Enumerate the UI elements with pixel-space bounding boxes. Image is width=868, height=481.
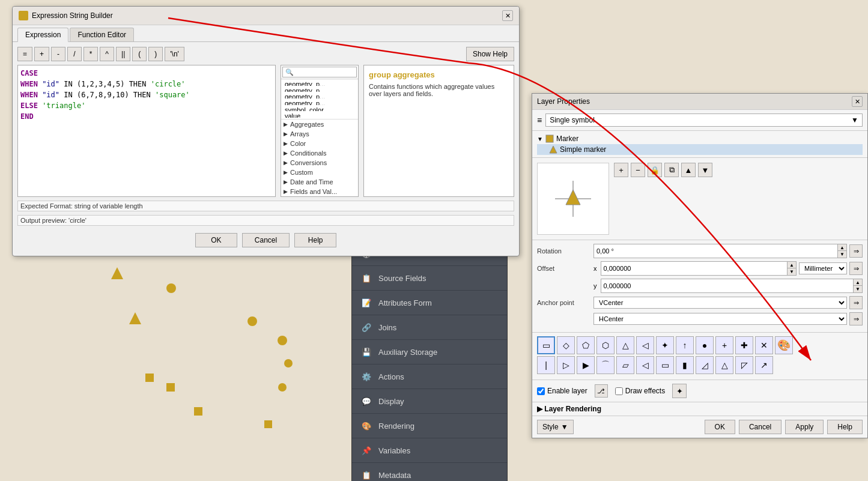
shape-tri-up[interactable]: △	[715, 356, 733, 374]
shape-tri-diag[interactable]: ◸	[735, 356, 753, 374]
toolbar-equals[interactable]: =	[17, 47, 32, 61]
shape-x[interactable]: ✕	[755, 336, 773, 354]
sidebar-item-auxiliary-storage[interactable]: 💾 Auxiliary Storage	[352, 340, 507, 365]
symbol-type-dropdown[interactable]: Single symbol ▼	[545, 113, 863, 127]
anchor-vcenter-select[interactable]: VCenter	[593, 297, 847, 309]
anchor-hcenter-select[interactable]: HCenter	[593, 313, 847, 325]
func-category-color[interactable]: ▶ Color	[281, 139, 358, 148]
shape-filled-chevron[interactable]: ▶	[577, 356, 595, 374]
func-item-value[interactable]: value	[281, 111, 358, 118]
func-item-2[interactable]: geometry_p...	[281, 86, 358, 92]
rotation-spin-up[interactable]: ▲	[838, 244, 846, 251]
draw-effects-label[interactable]: Draw effects	[615, 387, 665, 395]
offset-y-up[interactable]: ▲	[854, 279, 862, 286]
anchor-hcenter-copy[interactable]: ⇒	[849, 312, 863, 325]
shape-star[interactable]: ✦	[656, 336, 674, 354]
code-editor[interactable]: CASE WHEN "id" IN (1,2,3,4,5) THEN 'circ…	[17, 65, 276, 197]
sidebar-item-attributes-form[interactable]: 📝 Attributes Form	[352, 291, 507, 315]
toolbar-divide[interactable]: /	[67, 47, 82, 61]
func-item-4[interactable]: geometry_p...	[281, 98, 358, 105]
sidebar-item-rendering[interactable]: 🎨 Rendering	[352, 414, 507, 438]
sidebar-item-source-fields[interactable]: 📋 Source Fields	[352, 266, 507, 291]
rotation-input[interactable]	[593, 244, 837, 258]
toolbar-open-paren[interactable]: (	[132, 47, 147, 61]
offset-unit-select[interactable]: Millimeter	[799, 262, 847, 274]
enable-layer-checkbox[interactable]	[537, 387, 545, 395]
shape-triangle-right[interactable]: ◁	[636, 336, 654, 354]
sidebar-item-actions[interactable]: ⚙️ Actions	[352, 365, 507, 389]
func-item-symbol-color[interactable]: symbol_color	[281, 105, 358, 112]
add-layer-btn[interactable]: +	[614, 163, 628, 177]
shape-pentagon[interactable]: ⬠	[577, 336, 595, 354]
anchor-vcenter-copy[interactable]: ⇒	[849, 296, 863, 309]
draw-effects-checkbox[interactable]	[615, 387, 623, 395]
func-category-aggregates[interactable]: ▶ Aggregates	[281, 119, 358, 129]
layer-props-close[interactable]: ✕	[852, 96, 863, 107]
enable-layer-expr-btn[interactable]: ⎇	[595, 384, 608, 398]
shape-extra[interactable]: 🎨	[775, 336, 793, 354]
toolbar-minus[interactable]: -	[51, 47, 65, 61]
shape-plus[interactable]: ✚	[735, 336, 753, 354]
style-dropdown-btn[interactable]: Style ▼	[537, 420, 574, 434]
offset-x-up[interactable]: ▲	[788, 262, 796, 268]
toolbar-plus[interactable]: +	[34, 47, 49, 61]
shape-arrow-diag[interactable]: ↗	[755, 356, 773, 374]
shape-square[interactable]: ▭	[537, 336, 555, 354]
draw-effects-settings-btn[interactable]: ✦	[672, 384, 687, 398]
rotation-spin-down[interactable]: ▼	[838, 251, 846, 258]
sidebar-item-variables[interactable]: 📌 Variables	[352, 438, 507, 463]
remove-layer-btn[interactable]: −	[631, 163, 645, 177]
toolbar-close-paren[interactable]: )	[148, 47, 163, 61]
move-up-btn[interactable]: ▲	[681, 163, 696, 177]
shape-arc[interactable]: ⌒	[596, 356, 615, 374]
offset-copy-btn[interactable]: ⇒	[849, 262, 863, 275]
tree-item-marker[interactable]: ▼ Marker	[537, 133, 863, 144]
duplicate-btn[interactable]: ⧉	[664, 163, 679, 177]
layer-props-cancel-btn[interactable]: Cancel	[739, 420, 782, 434]
shape-parallelogram[interactable]: ▱	[616, 356, 634, 374]
tab-expression[interactable]: Expression	[17, 28, 68, 42]
func-category-conditionals[interactable]: ▶ Conditionals	[281, 148, 358, 158]
enable-layer-label[interactable]: Enable layer	[537, 387, 587, 395]
shape-triangle[interactable]: △	[616, 336, 634, 354]
offset-x-input[interactable]	[601, 261, 788, 276]
shape-rect2[interactable]: ▭	[656, 356, 674, 374]
layer-props-apply-btn[interactable]: Apply	[785, 420, 824, 434]
shape-diamond[interactable]: ◇	[557, 336, 575, 354]
tab-function-editor[interactable]: Function Editor	[70, 28, 134, 41]
lock-btn[interactable]: 🔒	[648, 163, 662, 177]
shape-line[interactable]: |	[537, 356, 555, 374]
func-category-custom[interactable]: ▶ Custom	[281, 168, 358, 177]
layer-props-ok-btn[interactable]: OK	[705, 420, 735, 434]
expr-help-button[interactable]: Help	[294, 233, 336, 247]
toolbar-concat[interactable]: ||	[116, 47, 130, 61]
show-help-btn[interactable]: Show Help	[466, 47, 514, 61]
offset-y-down[interactable]: ▼	[854, 286, 862, 292]
layer-rendering-section[interactable]: ▶ Layer Rendering	[532, 402, 867, 416]
shape-tri-right[interactable]: ◿	[696, 356, 714, 374]
offset-x-down[interactable]: ▼	[788, 268, 796, 275]
func-search-input[interactable]	[282, 67, 357, 77]
sidebar-item-joins[interactable]: 🔗 Joins	[352, 315, 507, 340]
toolbar-power[interactable]: ^	[100, 47, 114, 61]
shape-chevron[interactable]: ▷	[557, 356, 575, 374]
shape-circle[interactable]: ●	[696, 336, 714, 354]
shape-rect-fill[interactable]: ▮	[676, 356, 694, 374]
func-category-datetime[interactable]: ▶ Date and Time	[281, 177, 358, 187]
layer-props-help-btn[interactable]: Help	[827, 420, 863, 434]
func-item-3[interactable]: geometry_p...	[281, 92, 358, 98]
expr-dialog-close[interactable]: ✕	[502, 10, 513, 21]
shape-cross[interactable]: +	[715, 336, 733, 354]
rotation-copy-btn[interactable]: ⇒	[849, 244, 863, 258]
expr-ok-button[interactable]: OK	[195, 233, 237, 247]
func-item-1[interactable]: geometry_p...	[281, 79, 358, 86]
sidebar-item-metadata[interactable]: 📋 Metadata	[352, 463, 507, 481]
shape-arrow-up[interactable]: ↑	[676, 336, 694, 354]
shape-chevron-left[interactable]: ◁	[636, 356, 654, 374]
tree-item-simple-marker[interactable]: Simple marker	[537, 144, 863, 155]
move-down-btn[interactable]: ▼	[698, 163, 712, 177]
toolbar-multiply[interactable]: *	[83, 47, 98, 61]
sidebar-item-display[interactable]: 💬 Display	[352, 389, 507, 414]
func-category-arrays[interactable]: ▶ Arrays	[281, 129, 358, 139]
shape-hexagon[interactable]: ⬡	[596, 336, 615, 354]
